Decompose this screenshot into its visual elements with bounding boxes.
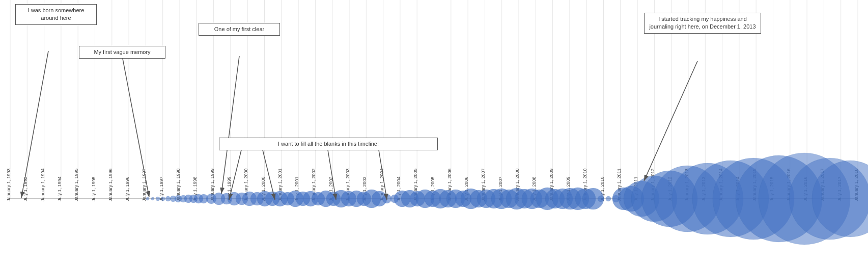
svg-point-108 <box>165 196 171 201</box>
svg-point-107 <box>161 197 165 201</box>
svg-text:July 1, 1995: July 1, 1995 <box>91 176 96 201</box>
svg-text:January 1, 1995: January 1, 1995 <box>74 168 79 201</box>
annotation-first-vague: My first vague memory <box>79 46 165 59</box>
svg-text:January 1, 1996: January 1, 1996 <box>108 168 113 201</box>
svg-point-106 <box>156 197 160 201</box>
chart-container: January 1, 1993July 1, 1993January 1, 19… <box>0 0 868 265</box>
svg-line-190 <box>644 61 697 181</box>
svg-text:July 1, 1993: July 1, 1993 <box>23 176 28 201</box>
annotation-fill-blanks-text: I want to fill all the blanks in this ti… <box>278 141 379 147</box>
svg-line-184 <box>122 56 149 197</box>
annotation-tracking: I started tracking my happiness and jour… <box>644 13 761 34</box>
annotation-born: I was born somewhere around here <box>15 4 97 25</box>
svg-text:July 1, 1996: July 1, 1996 <box>125 176 130 201</box>
svg-text:January 1, 1993: January 1, 1993 <box>6 168 11 201</box>
svg-point-104 <box>146 197 149 200</box>
svg-point-105 <box>151 197 154 200</box>
svg-point-167 <box>598 196 604 202</box>
annotation-born-text: I was born somewhere around here <box>28 7 85 21</box>
svg-text:January 1, 1994: January 1, 1994 <box>40 168 45 201</box>
timeline-chart: January 1, 1993July 1, 1993January 1, 19… <box>0 0 868 265</box>
svg-text:July 1, 1994: July 1, 1994 <box>57 176 62 201</box>
svg-point-168 <box>606 196 611 201</box>
annotation-fill-blanks: I want to fill all the blanks in this ti… <box>219 138 438 150</box>
annotation-first-clear-text: One of my first clear <box>214 26 264 32</box>
annotation-first-vague-text: My first vague memory <box>94 49 150 55</box>
annotation-tracking-text: I started tracking my happiness and jour… <box>649 16 755 30</box>
annotation-first-clear: One of my first clear <box>199 23 280 36</box>
svg-line-185 <box>221 56 239 194</box>
